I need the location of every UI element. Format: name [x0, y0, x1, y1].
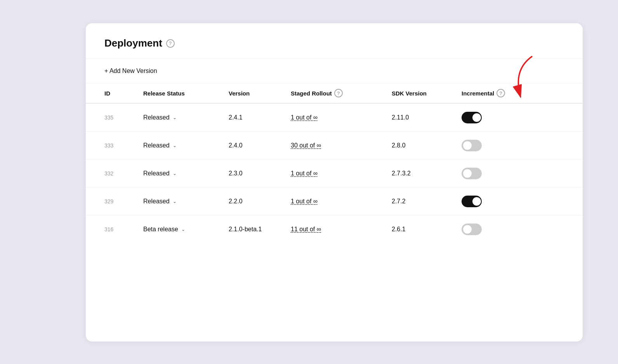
incremental-toggle[interactable] [462, 224, 482, 235]
toggle-knob [463, 141, 472, 150]
col-header-status: Release Status [143, 89, 229, 97]
card-header: Deployment ? [86, 23, 583, 59]
toggle-knob [463, 225, 472, 234]
col-header-rollout: Staged Rollout ? [291, 89, 392, 97]
status-chevron-icon[interactable]: ⌄ [173, 143, 177, 148]
cell-incremental [462, 140, 531, 151]
cell-id: 332 [104, 170, 143, 177]
page-title: Deployment [104, 37, 162, 49]
cell-status: Released ⌄ [143, 114, 229, 121]
status-chevron-icon[interactable]: ⌄ [173, 115, 177, 120]
cell-incremental [462, 168, 531, 179]
incremental-toggle[interactable] [462, 168, 482, 179]
add-new-version-button[interactable]: + Add New Version [104, 68, 157, 75]
cell-incremental [462, 112, 531, 123]
status-chevron-icon[interactable]: ⌄ [173, 199, 177, 204]
header-help-icon[interactable]: ? [166, 39, 175, 48]
cell-status: Beta release ⌄ [143, 226, 229, 233]
col-header-id: ID [104, 89, 143, 97]
cell-sdk: 2.7.2 [392, 198, 462, 205]
cell-status: Released ⌄ [143, 170, 229, 177]
cell-rollout: 1 out of ∞ [291, 114, 392, 121]
status-chevron-icon[interactable]: ⌄ [181, 227, 185, 232]
toggle-knob [472, 113, 481, 122]
table-row: 333 Released ⌄ 2.4.0 30 out of ∞ 2.8.0 [86, 132, 583, 159]
cell-rollout: 1 out of ∞ [291, 170, 392, 177]
cell-status: Released ⌄ [143, 142, 229, 149]
cell-rollout: 11 out of ∞ [291, 226, 392, 233]
cell-id: 316 [104, 226, 143, 232]
cell-id: 333 [104, 142, 143, 149]
cell-id: 335 [104, 114, 143, 121]
cell-sdk: 2.7.3.2 [392, 170, 462, 177]
cell-rollout: 30 out of ∞ [291, 142, 392, 149]
cell-status: Released ⌄ [143, 198, 229, 205]
table-row: 329 Released ⌄ 2.2.0 1 out of ∞ 2.7.2 [86, 187, 583, 215]
cell-sdk: 2.8.0 [392, 142, 462, 149]
col-header-incremental: Incremental ? [462, 89, 531, 97]
incremental-help-icon[interactable]: ? [496, 89, 505, 97]
status-chevron-icon[interactable]: ⌄ [173, 171, 177, 176]
cell-rollout: 1 out of ∞ [291, 198, 392, 205]
cell-version: 2.4.1 [229, 114, 291, 121]
rollout-help-icon[interactable]: ? [334, 89, 343, 97]
cell-incremental [462, 196, 531, 207]
table-row: 332 Released ⌄ 2.3.0 1 out of ∞ 2.7.3.2 [86, 159, 583, 187]
deployment-card: Deployment ? + Add New Version ID Releas… [86, 23, 583, 341]
cell-sdk: 2.11.0 [392, 114, 462, 121]
cell-version: 2.2.0 [229, 198, 291, 205]
cell-sdk: 2.6.1 [392, 226, 462, 233]
col-header-sdk: SDK Version [392, 89, 462, 97]
incremental-toggle[interactable] [462, 112, 482, 123]
versions-table: ID Release Status Version Staged Rollout… [86, 83, 583, 243]
col-header-version: Version [229, 89, 291, 97]
toggle-knob [463, 169, 472, 178]
incremental-toggle[interactable] [462, 196, 482, 207]
table-row: 316 Beta release ⌄ 2.1.0-beta.1 11 out o… [86, 215, 583, 243]
cell-version: 2.3.0 [229, 170, 291, 177]
table-row: 335 Released ⌄ 2.4.1 1 out of ∞ 2.11.0 [86, 104, 583, 132]
table-body: 335 Released ⌄ 2.4.1 1 out of ∞ 2.11.0 3… [86, 104, 583, 243]
incremental-toggle[interactable] [462, 140, 482, 151]
cell-id: 329 [104, 198, 143, 205]
cell-version: 2.1.0-beta.1 [229, 226, 291, 233]
add-version-row: + Add New Version [86, 59, 583, 83]
cell-incremental [462, 224, 531, 235]
cell-version: 2.4.0 [229, 142, 291, 149]
toggle-knob [472, 197, 481, 206]
table-header: ID Release Status Version Staged Rollout… [86, 83, 583, 104]
